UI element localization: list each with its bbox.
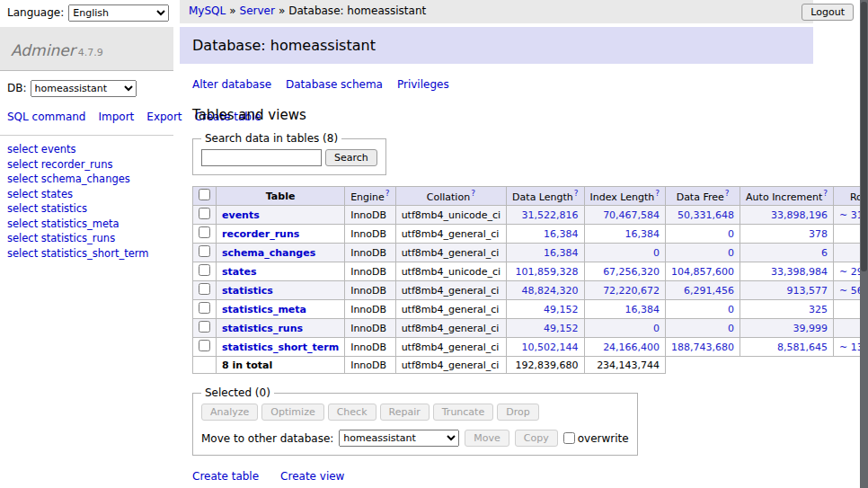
data-free-cell: 0 [666, 244, 740, 262]
auto-increment-cell: 378 [740, 225, 834, 244]
row-select-checkbox[interactable] [199, 283, 210, 295]
sidebar-table-links: select eventsselect recorder_runsselect … [7, 143, 173, 261]
row-select-checkbox[interactable] [199, 340, 210, 351]
index-length-cell: 0 [584, 244, 666, 262]
selected-action-button[interactable]: Analyze [201, 404, 258, 421]
sidebar-action-link[interactable]: SQL command [7, 111, 85, 123]
table-total-row: 8 in total InnoDB utf8mb4_general_ci 192… [193, 357, 868, 374]
table-name-link[interactable]: events [222, 209, 260, 221]
create-link[interactable]: Create view [280, 470, 344, 483]
sidebar-table-link[interactable]: select statistics_short_term [7, 247, 173, 262]
auto-increment-cell: 33,398,984 [740, 262, 834, 281]
index-length-cell: 67,256,320 [584, 262, 666, 281]
data-free-cell: 6,291,456 [666, 281, 740, 300]
language-select[interactable]: English [68, 4, 169, 22]
column-help-link[interactable]: ? [655, 189, 660, 198]
sidebar-table-link[interactable]: select statistics_runs [7, 232, 173, 246]
db-chooser: DB:homeassistant [7, 80, 173, 97]
breadcrumb-link-server[interactable]: Server [240, 4, 275, 17]
overwrite-checkbox[interactable] [563, 432, 575, 444]
collation-cell: utf8mb4_general_ci [395, 225, 506, 244]
db-select[interactable]: homeassistant [31, 80, 137, 97]
logout-button[interactable]: Logout [802, 4, 854, 21]
column-header-table: Table [217, 187, 345, 206]
auto-increment-cell: 8,581,645 [740, 338, 834, 357]
row-select-checkbox[interactable] [199, 208, 210, 219]
table-row: statistics InnoDB utf8mb4_general_ci 48,… [193, 281, 868, 300]
table-name-link[interactable]: statistics [222, 285, 273, 297]
db-action-link[interactable]: Privileges [397, 78, 449, 91]
breadcrumb-link-mysql[interactable]: MySQL [189, 4, 226, 17]
sidebar-table-link[interactable]: select schema_changes [7, 173, 173, 187]
column-help-link[interactable]: ? [385, 189, 390, 198]
db-action-link[interactable]: Database schema [286, 78, 383, 91]
column-header: Data Length? [507, 187, 584, 206]
scrollbar[interactable] [860, 0, 868, 488]
table-name-link[interactable]: recorder_runs [222, 228, 299, 240]
overwrite-option: overwrite [563, 432, 629, 445]
sidebar-action-link[interactable]: Import [98, 111, 134, 123]
search-button[interactable]: Search [325, 149, 377, 166]
table-row: schema_changes InnoDB utf8mb4_general_ci… [193, 244, 868, 262]
select-all-checkbox[interactable] [199, 189, 210, 200]
tables-section-title: Tables and views [192, 107, 801, 123]
row-select-checkbox[interactable] [199, 245, 210, 257]
sidebar-table-link[interactable]: select recorder_runs [7, 158, 173, 173]
row-select-checkbox[interactable] [199, 226, 210, 238]
search-input[interactable] [201, 149, 322, 166]
sidebar-action-link[interactable]: Export [146, 111, 182, 123]
language-chooser: Language:English [7, 4, 169, 22]
table-name-link[interactable]: statistics_runs [222, 323, 303, 334]
select-all-cell [193, 187, 217, 206]
column-help-link[interactable]: ? [574, 189, 579, 198]
table-row: events InnoDB utf8mb4_unicode_ci 31,522,… [193, 206, 868, 225]
copy-button[interactable]: Copy [515, 430, 558, 447]
row-checkbox-cell [193, 206, 217, 225]
table-row: statistics_runs InnoDB utf8mb4_general_c… [193, 319, 868, 338]
column-help-link[interactable]: ? [725, 189, 730, 198]
total-index-length: 234,143,744 [584, 357, 666, 374]
table-name-cell: statistics_short_term [217, 338, 345, 357]
selected-buttons: AnalyzeOptimizeCheckRepairTruncateDrop [201, 404, 629, 421]
selected-action-button[interactable]: Truncate [433, 404, 493, 421]
selected-action-button[interactable]: Drop [497, 404, 538, 421]
total-data-length: 192,839,680 [507, 357, 584, 374]
data-free-cell: 50,331,648 [666, 206, 740, 225]
table-name-link[interactable]: statistics_short_term [222, 342, 339, 353]
engine-cell: InnoDB [345, 244, 395, 262]
table-name-link[interactable]: states [222, 266, 257, 278]
sidebar-table-link[interactable]: select statistics [7, 202, 173, 217]
selected-action-button[interactable]: Check [328, 404, 376, 421]
selected-action-button[interactable]: Repair [380, 404, 430, 421]
sidebar-table-link[interactable]: select events [7, 143, 173, 157]
create-link[interactable]: Create table [192, 470, 259, 483]
collation-cell: utf8mb4_general_ci [395, 319, 506, 338]
table-name-link[interactable]: schema_changes [222, 247, 315, 259]
scrollbar-thumb[interactable] [861, 2, 867, 271]
search-fieldset: Search data in tables (8) Search [192, 132, 386, 175]
row-select-checkbox[interactable] [199, 264, 210, 276]
data-length-cell: 16,384 [507, 225, 584, 244]
auto-increment-cell: 6 [740, 244, 834, 262]
breadcrumb-separator: » [279, 4, 285, 17]
table-header-row: Table Engine?Collation?Data Length?Index… [193, 187, 868, 206]
engine-cell: InnoDB [345, 206, 395, 225]
row-select-checkbox[interactable] [199, 321, 210, 333]
selected-action-button[interactable]: Optimize [261, 404, 323, 421]
auto-increment-cell: 33,898,196 [740, 206, 834, 225]
sidebar-divider [0, 135, 173, 136]
column-help-link[interactable]: ? [823, 189, 828, 198]
db-action-link[interactable]: Alter database [192, 78, 271, 91]
sidebar-table-link[interactable]: select statistics_meta [7, 217, 173, 232]
row-select-checkbox[interactable] [199, 302, 210, 314]
row-checkbox-cell [193, 225, 217, 244]
sidebar-table-link[interactable]: select states [7, 188, 173, 202]
table-name-cell: schema_changes [217, 244, 345, 262]
move-db-select[interactable]: homeassistant [339, 430, 459, 447]
breadcrumb-separator: » [229, 4, 235, 17]
db-action-links: Alter databaseDatabase schemaPrivileges [192, 78, 801, 91]
table-name-link[interactable]: statistics_meta [222, 304, 306, 315]
column-help-link[interactable]: ? [471, 189, 475, 198]
table-row: states InnoDB utf8mb4_unicode_ci 101,859… [193, 262, 868, 281]
move-button[interactable]: Move [465, 430, 509, 447]
